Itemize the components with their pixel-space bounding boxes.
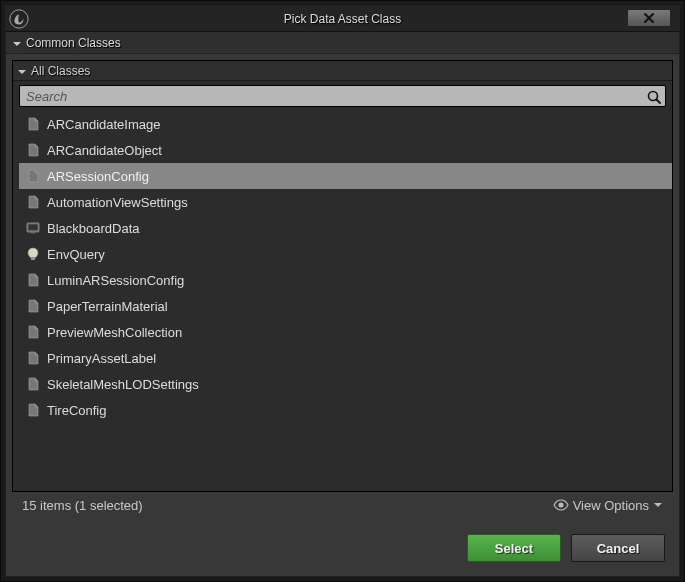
select-button-label: Select — [495, 541, 533, 556]
view-options-label: View Options — [573, 498, 649, 513]
class-label: LuminARSessionConfig — [47, 273, 184, 288]
button-bar: Select Cancel — [6, 524, 679, 576]
class-row[interactable]: LuminARSessionConfig — [19, 267, 672, 293]
close-icon — [643, 12, 655, 24]
data-icon — [25, 324, 41, 340]
class-label: AutomationViewSettings — [47, 195, 188, 210]
status-text: 15 items (1 selected) — [22, 498, 143, 513]
class-list[interactable]: ARCandidateImageARCandidateObjectARSessi… — [13, 111, 672, 491]
data-icon — [25, 350, 41, 366]
class-label: TireConfig — [47, 403, 106, 418]
class-label: ARSessionConfig — [47, 169, 149, 184]
search-row — [13, 81, 672, 111]
data-icon — [25, 376, 41, 392]
class-label: PreviewMeshCollection — [47, 325, 182, 340]
class-row[interactable]: SkeletalMeshLODSettings — [19, 371, 672, 397]
svg-point-0 — [10, 9, 28, 27]
chevron-down-icon — [653, 500, 663, 510]
common-classes-label: Common Classes — [26, 36, 121, 50]
window-inner: Pick Data Asset Class Common Classes All… — [5, 5, 680, 577]
class-label: PrimaryAssetLabel — [47, 351, 156, 366]
class-row[interactable]: PaperTerrainMaterial — [19, 293, 672, 319]
data-icon — [25, 194, 41, 210]
expander-icon — [12, 38, 22, 48]
data-icon — [25, 142, 41, 158]
class-row[interactable]: ARCandidateImage — [19, 111, 672, 137]
class-label: BlackboardData — [47, 221, 140, 236]
class-label: ARCandidateImage — [47, 117, 160, 132]
search-input[interactable] — [19, 85, 666, 107]
bulb-icon — [25, 246, 41, 262]
expander-icon — [17, 66, 27, 76]
class-row[interactable]: PrimaryAssetLabel — [19, 345, 672, 371]
cancel-button[interactable]: Cancel — [571, 534, 665, 562]
class-row[interactable]: ARSessionConfig — [19, 163, 672, 189]
status-bar: 15 items (1 selected) View Options — [12, 492, 673, 518]
class-label: SkeletalMeshLODSettings — [47, 377, 199, 392]
data-icon — [25, 272, 41, 288]
class-row[interactable]: ARCandidateObject — [19, 137, 672, 163]
svg-rect-3 — [29, 225, 38, 231]
window-frame: Pick Data Asset Class Common Classes All… — [0, 0, 685, 582]
all-classes-header[interactable]: All Classes — [13, 61, 672, 81]
data-icon — [25, 402, 41, 418]
class-row[interactable]: BlackboardData — [19, 215, 672, 241]
data-icon — [25, 298, 41, 314]
svg-point-6 — [558, 503, 563, 508]
class-label: PaperTerrainMaterial — [47, 299, 168, 314]
class-row[interactable]: PreviewMeshCollection — [19, 319, 672, 345]
close-button[interactable] — [627, 9, 671, 27]
class-label: EnvQuery — [47, 247, 105, 262]
eye-icon — [553, 499, 569, 511]
view-options-button[interactable]: View Options — [553, 498, 663, 513]
data-icon — [25, 116, 41, 132]
class-row[interactable]: AutomationViewSettings — [19, 189, 672, 215]
unreal-logo-icon — [8, 8, 30, 30]
window-title: Pick Data Asset Class — [6, 12, 679, 26]
class-label: ARCandidateObject — [47, 143, 162, 158]
cancel-button-label: Cancel — [597, 541, 640, 556]
class-row[interactable]: EnvQuery — [19, 241, 672, 267]
all-classes-panel: All Classes ARCandidateImageARCandidateO… — [12, 60, 673, 492]
class-row[interactable]: TireConfig — [19, 397, 672, 423]
board-icon — [25, 220, 41, 236]
data-icon — [25, 168, 41, 184]
all-classes-label: All Classes — [31, 64, 90, 78]
select-button[interactable]: Select — [467, 534, 561, 562]
svg-rect-5 — [31, 258, 35, 260]
svg-rect-4 — [31, 232, 35, 234]
titlebar: Pick Data Asset Class — [6, 6, 679, 32]
common-classes-header[interactable]: Common Classes — [6, 32, 679, 54]
